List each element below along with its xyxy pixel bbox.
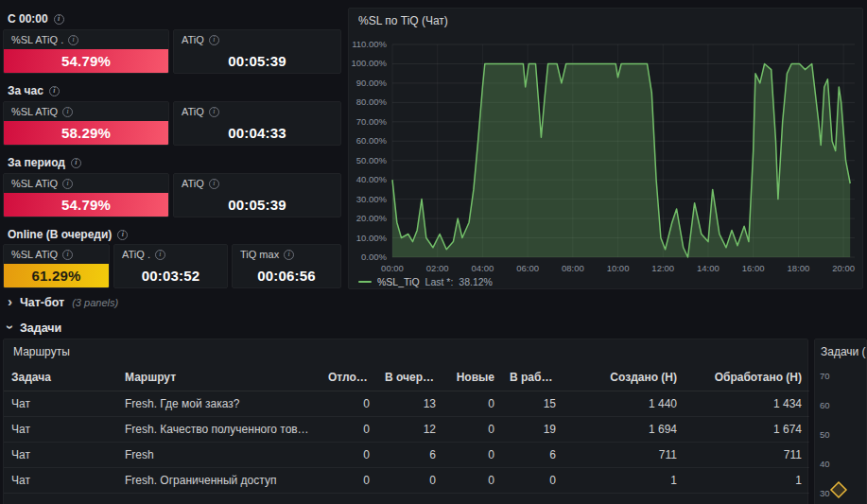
task-marker: [831, 482, 846, 497]
info-icon[interactable]: i: [62, 179, 73, 189]
svg-text:14:00: 14:00: [697, 263, 720, 273]
info-icon[interactable]: i: [209, 179, 219, 189]
stat-value: 00:05:39: [174, 49, 340, 73]
legend-series-name[interactable]: %SL_TiQ: [377, 276, 420, 287]
cell-created: 1 440: [564, 391, 685, 417]
stat-title[interactable]: %SL ATiQ: [11, 249, 58, 260]
stat-value: 00:05:39: [174, 193, 340, 217]
routes-table-panel: Маршруты Задача Маршрут Отложены В очере…: [3, 339, 808, 504]
col-header-new[interactable]: Новые: [443, 364, 502, 391]
cell-task: Чат: [4, 468, 117, 494]
panel-title[interactable]: Маршруты: [13, 345, 70, 358]
panel-title[interactable]: %SL по TiQ (Чат): [358, 14, 448, 27]
cell-deferred: 0: [321, 468, 377, 494]
info-icon[interactable]: i: [71, 158, 81, 168]
legend-last-label: Last *:: [425, 276, 454, 287]
stat-title[interactable]: %SL ATiQ: [11, 106, 58, 117]
svg-text:50.00%: 50.00%: [356, 155, 388, 165]
grafana-dashboard: С 00:00 i %SL ATiQ . i 54.79% ATiQ i 00:…: [0, 0, 867, 504]
stat-value: 00:04:33: [174, 121, 340, 145]
info-icon[interactable]: i: [209, 107, 219, 117]
stat-panel-atiq-hour: ATiQ i 00:04:33: [173, 101, 341, 146]
legend-last-value: 38.12%: [459, 276, 493, 287]
cell-task: Чат: [4, 443, 117, 468]
stat-title[interactable]: TiQ max: [240, 249, 279, 260]
legend-series-swatch: [358, 281, 372, 283]
row-toggle-chatbot[interactable]: › Чат-бот (3 panels): [8, 296, 118, 313]
cell-processed: 1 674: [685, 417, 809, 443]
sl-tiq-chart[interactable]: 00:0002:0004:0006:0008:0010:0012:0014:00…: [349, 33, 862, 277]
col-header-processed[interactable]: Обработано (Н): [685, 364, 809, 391]
svg-text:60.00%: 60.00%: [356, 135, 388, 146]
chart-legend: %SL_TiQ Last *: 38.12%: [358, 276, 493, 287]
svg-text:04:00: 04:00: [472, 263, 494, 273]
stat-panel-tiq-max-online: TiQ max i 00:06:56: [232, 244, 341, 288]
stat-title[interactable]: ATiQ: [182, 34, 204, 45]
section-header-from-0000: С 00:00 i: [8, 11, 64, 26]
info-icon[interactable]: i: [54, 14, 64, 25]
info-icon[interactable]: i: [62, 250, 73, 260]
cell-task: Чат: [4, 417, 117, 443]
stat-panel-atiq-day: ATiQ i 00:05:39: [173, 29, 341, 74]
section-header-hour: За час i: [8, 83, 60, 98]
info-icon[interactable]: i: [284, 250, 294, 260]
info-icon[interactable]: i: [209, 35, 219, 45]
svg-text:80.00%: 80.00%: [356, 96, 388, 107]
cell-created: 711: [564, 443, 685, 468]
svg-text:90.00%: 90.00%: [356, 78, 388, 88]
svg-text:00:00: 00:00: [381, 263, 404, 273]
svg-text:70.00%: 70.00%: [356, 116, 388, 127]
stat-value: 00:06:56: [233, 264, 340, 287]
table-header-row: Задача Маршрут Отложены В очереди↓ Новые…: [4, 364, 809, 391]
svg-text:40.00%: 40.00%: [356, 174, 388, 184]
cell-deferred: 0: [321, 417, 377, 443]
row-toggle-tasks[interactable]: › Задачи: [8, 322, 61, 339]
section-header-period: За период i: [8, 155, 81, 170]
svg-text:12:00: 12:00: [651, 263, 674, 273]
routes-table: Задача Маршрут Отложены В очереди↓ Новые…: [4, 364, 809, 494]
info-icon[interactable]: i: [68, 35, 78, 45]
tasks-chat-mini-chart[interactable]: [815, 339, 866, 504]
info-icon[interactable]: i: [117, 230, 128, 240]
section-title: С 00:00: [8, 12, 48, 26]
svg-text:06:00: 06:00: [516, 263, 539, 273]
stat-title[interactable]: ATiQ .: [122, 249, 150, 260]
stat-title[interactable]: ATiQ: [182, 178, 204, 189]
stat-value: 54.79%: [4, 49, 168, 73]
info-icon[interactable]: i: [49, 86, 60, 96]
stat-title[interactable]: %SL ATiQ .: [11, 34, 63, 45]
cell-in-work: 15: [502, 391, 564, 417]
svg-text:30.00%: 30.00%: [356, 194, 388, 204]
cell-new: 0: [443, 391, 502, 417]
cell-in-queue: 12: [377, 417, 443, 443]
cell-in-work: 0: [502, 468, 564, 494]
svg-text:100.00%: 100.00%: [351, 58, 387, 68]
svg-text:16:00: 16:00: [742, 263, 765, 273]
svg-text:20.00%: 20.00%: [356, 213, 388, 223]
cell-in-queue: 13: [377, 391, 443, 417]
svg-text:10.00%: 10.00%: [356, 233, 388, 243]
cell-route: Fresh. Ограниченный доступ: [117, 468, 321, 494]
stat-panel-sl-atiq-day: %SL ATiQ . i 54.79%: [3, 29, 169, 74]
col-header-in-work[interactable]: В работе: [502, 364, 564, 391]
col-header-deferred[interactable]: Отложены: [321, 364, 377, 391]
col-header-route[interactable]: Маршрут: [117, 364, 321, 391]
stat-title[interactable]: ATiQ: [182, 106, 204, 117]
cell-processed: 711: [685, 443, 809, 468]
stat-title[interactable]: %SL ATiQ: [11, 178, 58, 189]
info-icon[interactable]: i: [155, 250, 165, 260]
col-header-created[interactable]: Создано (Н): [564, 364, 685, 391]
table-row: Чат Fresh. Ограниченный доступ 0 0 0 0 1…: [4, 468, 809, 494]
cell-route: Fresh. Где мой заказ?: [117, 391, 321, 417]
col-header-in-queue[interactable]: В очереди↓: [377, 364, 443, 391]
stat-panel-sl-atiq-period: %SL ATiQ i 54.79%: [3, 173, 169, 217]
cell-new: 0: [443, 443, 502, 468]
cell-in-queue: 0: [377, 468, 443, 494]
section-title: За час: [8, 84, 43, 97]
section-title: За период: [8, 156, 65, 169]
svg-text:08:00: 08:00: [562, 263, 584, 273]
stat-panel-atiq-online: ATiQ . i 00:03:52: [113, 244, 228, 288]
svg-text:18:00: 18:00: [787, 263, 809, 273]
info-icon[interactable]: i: [62, 107, 73, 117]
col-header-task[interactable]: Задача: [4, 364, 117, 391]
